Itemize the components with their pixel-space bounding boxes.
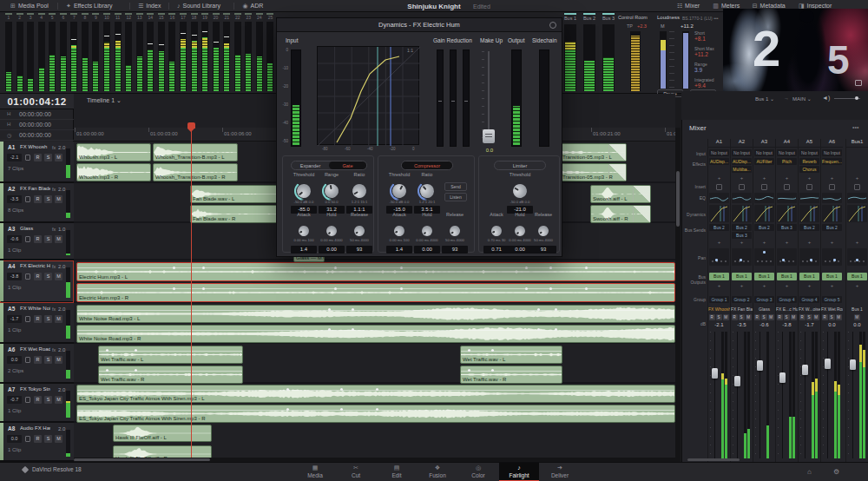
audio-clip[interactable]: Hawk III FlwOff.aiff - L bbox=[113, 425, 212, 442]
track-mute-button[interactable]: M bbox=[55, 273, 62, 280]
mixer-strip-id[interactable]: A3 bbox=[753, 139, 775, 148]
mixer-pan-control[interactable] bbox=[847, 248, 867, 266]
mixer-add-effect-button[interactable]: + bbox=[847, 175, 867, 181]
mixer-add-effect-button[interactable]: + bbox=[709, 175, 729, 181]
fader-track[interactable] bbox=[805, 332, 806, 458]
fader-track[interactable] bbox=[737, 332, 738, 458]
automation-point[interactable] bbox=[525, 267, 528, 269]
automation-point[interactable] bbox=[549, 287, 552, 290]
track-lock-icon[interactable] bbox=[25, 155, 30, 161]
mixer-effect-slot[interactable]: AUFilter bbox=[754, 158, 774, 165]
track-solo-button[interactable]: S bbox=[44, 273, 52, 280]
mixer-add-output-button[interactable]: + bbox=[732, 283, 752, 289]
track-header-a2[interactable]: A2FX Fan Bladefx2.0-3.5RSM8 Clips bbox=[0, 183, 74, 223]
mixer-record-button[interactable]: R bbox=[777, 314, 783, 320]
track-lock-icon[interactable] bbox=[25, 196, 30, 202]
audio-clip[interactable]: Wet Traffic.wav - R bbox=[460, 366, 562, 384]
mixer-effect-slot[interactable]: Chorus bbox=[799, 166, 819, 173]
audio-clip[interactable]: Whoosh_Transition-B.mp3 - L bbox=[153, 143, 238, 161]
mixer-effect-slot[interactable]: Reverb bbox=[799, 158, 819, 165]
track-solo-button[interactable]: S bbox=[44, 315, 52, 323]
mixer-input-select[interactable]: No Input bbox=[754, 149, 774, 156]
toolbar-button-sound-library[interactable]: ♪Sound Library bbox=[172, 0, 226, 11]
monitor-out-select[interactable]: MAIN ⌄ bbox=[792, 96, 812, 102]
section-tab-expander[interactable]: Expander bbox=[292, 161, 329, 169]
toolbar-button-adr[interactable]: ◉ADR bbox=[237, 0, 268, 11]
automation-point[interactable] bbox=[173, 267, 175, 269]
mixer-group-assign[interactable]: Group 3 bbox=[754, 296, 774, 303]
track-solo-button[interactable]: S bbox=[44, 356, 52, 364]
track-record-button[interactable]: R bbox=[34, 154, 42, 161]
toolbar-button-media-pool[interactable]: ⊞Media Pool bbox=[5, 0, 54, 11]
fader-handle[interactable] bbox=[757, 360, 763, 371]
automation-point[interactable] bbox=[400, 287, 403, 290]
automation-point[interactable] bbox=[585, 287, 588, 290]
track-solo-button[interactable]: S bbox=[44, 195, 52, 203]
audio-clip[interactable]: Swoosh.aiff - L bbox=[590, 185, 651, 203]
mixer-input-select[interactable]: No Input bbox=[732, 149, 752, 156]
mixer-insert-checkbox[interactable] bbox=[784, 184, 790, 190]
track-record-button[interactable]: R bbox=[34, 195, 42, 203]
v-scrollbar-thumb[interactable] bbox=[676, 171, 680, 227]
mixer-add-send-button[interactable]: + bbox=[822, 240, 842, 246]
mixer-pan-control[interactable] bbox=[822, 248, 842, 266]
mixer-solo-button[interactable]: S bbox=[716, 314, 722, 320]
automation-point[interactable] bbox=[173, 287, 175, 290]
mixer-group-assign[interactable]: Group 1 bbox=[709, 296, 729, 303]
track-header-a7[interactable]: A7FX Tokyo Street2.0-0.7RSM1 Clip bbox=[0, 384, 74, 423]
track-mute-button[interactable]: M bbox=[55, 435, 62, 443]
track-lock-icon[interactable] bbox=[25, 397, 30, 403]
mixer-add-output-button[interactable]: + bbox=[822, 283, 842, 289]
mixer-add-effect-button[interactable]: + bbox=[777, 175, 797, 181]
knob-release[interactable] bbox=[352, 224, 367, 239]
mixer-mute-button[interactable]: M bbox=[836, 314, 842, 320]
mixer-bus-send[interactable]: Bus 2 bbox=[732, 224, 752, 231]
mixer-mute-button[interactable]: M bbox=[854, 314, 860, 320]
knob-value[interactable]: 0.00 bbox=[319, 246, 345, 254]
section-tab-limiter[interactable]: Limiter bbox=[495, 161, 545, 169]
audio-clip[interactable]: Swoosh.aiff - R bbox=[590, 205, 651, 223]
mixer-pan-control[interactable] bbox=[799, 248, 819, 266]
page-tab-fusion[interactable]: ❖Fusion bbox=[418, 463, 457, 481]
mixer-group-assign[interactable]: Group 4 bbox=[777, 296, 797, 303]
mixer-bus-output[interactable]: Bus 1 bbox=[847, 273, 867, 280]
mixer-add-output-button[interactable]: + bbox=[847, 283, 867, 289]
audio-clip[interactable]: ES_Tokyo Japan City Traffic Atmos With S… bbox=[76, 405, 675, 423]
fader-track[interactable] bbox=[714, 332, 715, 458]
mixer-bus-output[interactable]: Bus 1 bbox=[799, 273, 819, 280]
audio-clip[interactable]: Wet Traffic.wav - L bbox=[98, 346, 243, 364]
knob-attack[interactable] bbox=[297, 224, 310, 237]
mixer-effect-slot[interactable]: Multiba... bbox=[732, 166, 752, 173]
track-solo-button[interactable]: S bbox=[44, 435, 52, 443]
mixer-mute-button[interactable]: M bbox=[813, 314, 819, 320]
mixer-add-send-button[interactable]: + bbox=[732, 240, 752, 246]
mixer-insert-checkbox[interactable] bbox=[716, 184, 722, 190]
section-tab-compressor[interactable]: Compressor bbox=[402, 161, 452, 169]
page-tab-cut[interactable]: ✂Cut bbox=[336, 463, 376, 481]
automation-line[interactable] bbox=[461, 371, 562, 372]
audio-clip[interactable]: Transition-05.mp3 - R bbox=[560, 163, 627, 181]
knob-release[interactable] bbox=[536, 224, 551, 239]
track-solo-button[interactable]: S bbox=[44, 235, 52, 243]
track-mute-button[interactable]: M bbox=[55, 396, 62, 404]
track-header-a5[interactable]: A5FX White Noisefx2.0-1.7RSM1 Clip bbox=[0, 303, 74, 344]
mixer-add-send-button[interactable]: + bbox=[754, 240, 774, 246]
playhead-marker[interactable] bbox=[187, 122, 195, 128]
mixer-input-select[interactable]: No Input bbox=[777, 149, 797, 156]
mixer-solo-button[interactable]: S bbox=[739, 314, 745, 320]
mixer-insert-checkbox[interactable] bbox=[854, 184, 860, 190]
mixer-add-output-button[interactable]: + bbox=[777, 283, 797, 289]
mixer-settings-icon[interactable]: ⚙ bbox=[833, 468, 839, 477]
knob-value[interactable]: 93 bbox=[530, 246, 556, 254]
panel-toggle-mixer[interactable]: ☷Mixer bbox=[673, 0, 704, 11]
track-header-a6[interactable]: A6FX Wet Roadfx2.00.0RSM2 Clips bbox=[0, 344, 74, 384]
mixer-insert-checkbox[interactable] bbox=[829, 184, 835, 190]
track-record-button[interactable]: R bbox=[34, 356, 42, 364]
automation-line[interactable] bbox=[99, 351, 242, 352]
mixer-record-button[interactable]: R bbox=[709, 314, 715, 320]
mixer-record-button[interactable]: R bbox=[799, 314, 806, 320]
mixer-group-assign[interactable]: Group 2 bbox=[732, 296, 752, 303]
viewer-expand-icon[interactable] bbox=[855, 80, 862, 86]
mixer-bus-output[interactable]: Bus 1 bbox=[777, 273, 797, 280]
mixer-group-assign[interactable]: Group 5 bbox=[822, 296, 842, 303]
